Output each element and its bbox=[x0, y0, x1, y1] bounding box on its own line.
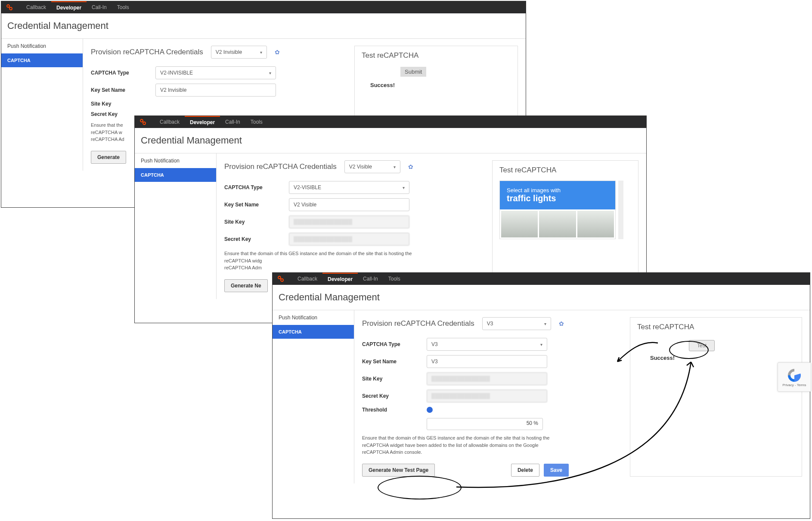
sitekey-input[interactable] bbox=[289, 215, 409, 228]
nav-callin[interactable]: Call-In bbox=[358, 273, 383, 285]
chevron-down-icon: ▾ bbox=[544, 321, 546, 326]
sidebar-item-push[interactable]: Push Notification bbox=[1, 39, 83, 53]
challenge-tile[interactable] bbox=[501, 211, 538, 237]
nav-tools[interactable]: Tools bbox=[383, 273, 406, 285]
nav-callin[interactable]: Call-In bbox=[220, 116, 245, 128]
nav-callback[interactable]: Callback bbox=[155, 116, 185, 128]
nav-tools[interactable]: Tools bbox=[245, 116, 268, 128]
sitekey-label: Site Key bbox=[362, 376, 427, 382]
secretkey-input[interactable] bbox=[289, 233, 409, 246]
sitekey-label: Site Key bbox=[224, 219, 289, 225]
nav-developer[interactable]: Developer bbox=[322, 273, 358, 285]
top-nav: Callback Developer Call-In Tools bbox=[273, 273, 810, 285]
chevron-down-icon: ▾ bbox=[394, 165, 396, 169]
provision-title: Provision reCAPTCHA Credentials bbox=[91, 48, 203, 56]
nav-tools[interactable]: Tools bbox=[112, 1, 134, 13]
captcha-type-select[interactable]: V2-INVISIBLE ▾ bbox=[155, 66, 276, 79]
captcha-type-label: CAPTCHA Type bbox=[91, 70, 155, 76]
recaptcha-badge[interactable]: Privacy - Terms bbox=[778, 362, 811, 392]
chevron-down-icon: ▾ bbox=[540, 342, 542, 347]
threshold-value: 50 % bbox=[427, 418, 543, 430]
genesys-logo-icon bbox=[139, 118, 147, 126]
nav-developer[interactable]: Developer bbox=[185, 116, 220, 128]
submit-button[interactable]: Submit bbox=[400, 67, 426, 77]
chevron-down-icon: ▾ bbox=[260, 50, 262, 55]
secretkey-label: Secret Key bbox=[362, 393, 427, 399]
sidebar: Push Notification CAPTCHA bbox=[1, 39, 83, 171]
captcha-type-select[interactable]: V2-VISIBLE ▾ bbox=[289, 181, 409, 194]
svg-point-5 bbox=[281, 279, 283, 281]
chevron-down-icon: ▾ bbox=[269, 71, 271, 75]
sidebar-item-captcha[interactable]: CAPTCHA bbox=[1, 53, 83, 67]
threshold-label: Threshold bbox=[362, 407, 427, 413]
nav-developer[interactable]: Developer bbox=[51, 1, 87, 13]
credential-select[interactable]: V2 Invisible ▾ bbox=[211, 46, 267, 59]
window-v3: Callback Developer Call-In Tools Credent… bbox=[272, 272, 810, 519]
keyset-label: Key Set Name bbox=[91, 87, 155, 93]
sidebar-item-captcha[interactable]: CAPTCHA bbox=[135, 168, 216, 182]
page-title: Credential Management bbox=[135, 128, 646, 153]
credential-select-value: V3 bbox=[487, 321, 493, 327]
domain-note: Ensure that the domain of this GES insta… bbox=[224, 250, 427, 271]
svg-point-1 bbox=[9, 7, 12, 10]
secretkey-label: Secret Key bbox=[224, 236, 289, 242]
save-button[interactable]: Save bbox=[544, 464, 569, 477]
generate-button[interactable]: Generate bbox=[91, 151, 126, 164]
page-title: Credential Management bbox=[273, 285, 810, 310]
challenge-tile[interactable] bbox=[539, 211, 576, 237]
svg-point-4 bbox=[278, 276, 281, 279]
provision-title: Provision reCAPTCHA Credentials bbox=[224, 162, 337, 171]
sitekey-label: Site Key bbox=[91, 101, 155, 107]
nav-callback[interactable]: Callback bbox=[21, 1, 51, 13]
recaptcha-badge-text: Privacy - Terms bbox=[783, 383, 806, 387]
chevron-down-icon: ▾ bbox=[403, 185, 405, 190]
threshold-slider[interactable] bbox=[427, 407, 543, 415]
genesys-logo-icon bbox=[277, 275, 285, 283]
credential-select[interactable]: V2 Visible ▾ bbox=[344, 160, 400, 173]
top-nav: Callback Developer Call-In Tools bbox=[135, 116, 646, 128]
add-credential-icon[interactable]: ✿ bbox=[408, 163, 413, 170]
test-title: Test reCAPTCHA bbox=[362, 51, 511, 60]
sitekey-input[interactable] bbox=[427, 372, 547, 385]
sidebar-item-push[interactable]: Push Notification bbox=[135, 153, 216, 168]
nav-callin[interactable]: Call-In bbox=[87, 1, 112, 13]
credential-select[interactable]: V3 ▾ bbox=[482, 317, 551, 330]
keyset-input[interactable] bbox=[289, 198, 409, 211]
keyset-input[interactable] bbox=[155, 84, 276, 97]
challenge-instruction: Select all images with bbox=[507, 187, 608, 193]
add-credential-icon[interactable]: ✿ bbox=[275, 49, 280, 56]
sidebar-item-captcha[interactable]: CAPTCHA bbox=[273, 325, 354, 339]
captcha-type-label: CAPTCHA Type bbox=[224, 184, 289, 190]
provision-title: Provision reCAPTCHA Credentials bbox=[362, 319, 474, 328]
svg-point-2 bbox=[140, 119, 143, 122]
captcha-type-select[interactable]: V3 ▾ bbox=[427, 338, 547, 351]
test-title: Test reCAPTCHA bbox=[499, 166, 631, 175]
scrollbar[interactable] bbox=[618, 181, 623, 239]
domain-note: Ensure that the domain of this GES insta… bbox=[362, 434, 564, 456]
nav-callback[interactable]: Callback bbox=[292, 273, 322, 285]
add-credential-icon[interactable]: ✿ bbox=[559, 320, 564, 327]
genesys-logo-icon bbox=[6, 3, 13, 11]
svg-point-0 bbox=[7, 5, 9, 7]
top-nav: Callback Developer Call-In Tools bbox=[1, 1, 526, 13]
captcha-type-label: CAPTCHA Type bbox=[362, 341, 427, 347]
recaptcha-challenge[interactable]: Select all images with traffic lights bbox=[499, 181, 616, 239]
generate-button[interactable]: Generate Ne bbox=[224, 279, 268, 292]
svg-point-3 bbox=[143, 122, 146, 125]
challenge-tile[interactable] bbox=[577, 211, 614, 237]
sidebar-item-push[interactable]: Push Notification bbox=[273, 310, 354, 325]
keyset-label: Key Set Name bbox=[224, 202, 289, 208]
generate-button[interactable]: Generate New Test Page bbox=[362, 464, 435, 477]
success-text: Success! bbox=[370, 82, 511, 88]
credential-select-value: V2 Invisible bbox=[216, 49, 242, 55]
sidebar: Push Notification CAPTCHA bbox=[273, 310, 354, 484]
keyset-input[interactable] bbox=[427, 355, 547, 368]
challenge-target: traffic lights bbox=[507, 193, 608, 203]
success-text: Success! bbox=[650, 355, 675, 361]
keyset-label: Key Set Name bbox=[362, 359, 427, 365]
secretkey-input[interactable] bbox=[427, 390, 547, 402]
delete-button[interactable]: Delete bbox=[511, 464, 539, 477]
test-button[interactable]: Test bbox=[689, 340, 715, 351]
page-title: Credential Management bbox=[1, 13, 526, 38]
sidebar: Push Notification CAPTCHA bbox=[135, 153, 217, 299]
